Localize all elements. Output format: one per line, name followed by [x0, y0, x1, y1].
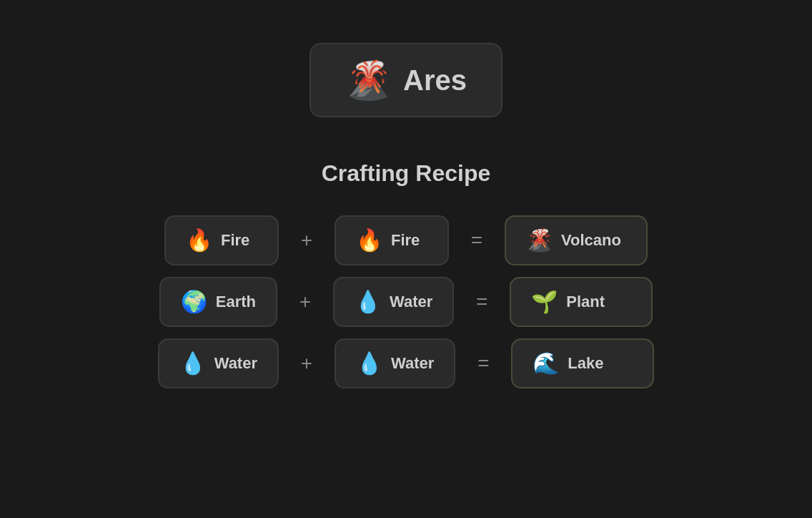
recipe-output-2: 🌱 Plant — [510, 277, 653, 327]
equals-operator-2: = — [471, 290, 492, 313]
recipe-output-1: 🌋 Volcano — [505, 215, 648, 265]
element-name-fire-2: Fire — [391, 231, 420, 250]
element-name-water-3: Water — [391, 354, 434, 373]
recipe-list: 🔥 Fire + 🔥 Fire = 🌋 Volcano 🌍 Earth + 💧 — [120, 215, 692, 388]
recipe-output-3: 🌊 Lake — [511, 338, 654, 388]
recipe-input-3-2: 💧 Water — [335, 338, 455, 388]
equals-operator-1: = — [466, 229, 487, 252]
recipe-row: 🌍 Earth + 💧 Water = 🌱 Plant — [120, 277, 692, 327]
result-card: 🌋 Ares — [310, 43, 502, 117]
element-name-fire-1: Fire — [221, 231, 249, 250]
recipe-input-2-2: 💧 Water — [333, 277, 454, 327]
recipe-input-3-1: 💧 Water — [158, 338, 279, 388]
recipe-input-1-2: 🔥 Fire — [335, 215, 449, 265]
fire-icon-1: 🔥 — [186, 230, 212, 251]
result-emoji: 🌋 — [345, 62, 392, 99]
fire-icon-2: 🔥 — [356, 230, 382, 251]
water-icon-3: 💧 — [356, 353, 382, 374]
element-name-water-1: Water — [390, 293, 432, 311]
element-name-plant: Plant — [566, 293, 605, 311]
recipe-input-2-1: 🌍 Earth — [159, 277, 277, 327]
result-name: Ares — [403, 64, 467, 97]
lake-icon: 🌊 — [533, 353, 559, 374]
water-icon-2: 💧 — [179, 353, 206, 374]
element-name-earth: Earth — [216, 293, 256, 311]
plant-icon: 🌱 — [531, 291, 558, 313]
crafting-title: Crafting Recipe — [120, 160, 692, 187]
volcano-icon: 🌋 — [526, 230, 553, 251]
water-icon-1: 💧 — [355, 291, 381, 313]
plus-operator-1: + — [296, 229, 317, 252]
recipe-input-1-1: 🔥 Fire — [164, 215, 279, 265]
equals-operator-3: = — [472, 352, 494, 375]
crafting-section: Crafting Recipe 🔥 Fire + 🔥 Fire = 🌋 Volc… — [120, 160, 692, 388]
earth-icon: 🌍 — [181, 291, 207, 313]
element-name-volcano: Volcano — [561, 231, 621, 250]
element-name-lake: Lake — [568, 354, 603, 373]
element-name-water-2: Water — [214, 354, 257, 373]
recipe-row: 💧 Water + 💧 Water = 🌊 Lake — [120, 338, 692, 388]
recipe-row: 🔥 Fire + 🔥 Fire = 🌋 Volcano — [120, 215, 692, 265]
plus-operator-3: + — [296, 352, 317, 375]
plus-operator-2: + — [294, 290, 316, 313]
